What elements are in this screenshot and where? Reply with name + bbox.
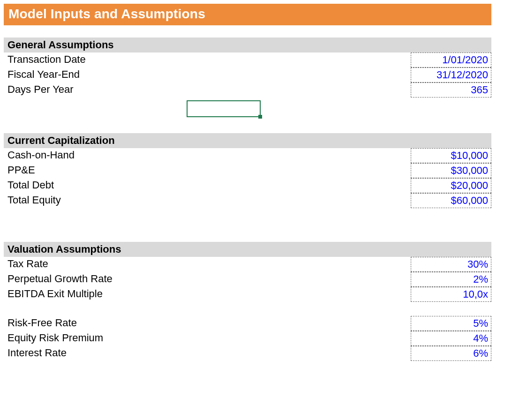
section-header-general: General Assumptions (4, 38, 491, 52)
label-growth: Perpetual Growth Rate (4, 272, 411, 287)
row-tax: Tax Rate 30% (4, 257, 491, 272)
page-title: Model Inputs and Assumptions (4, 4, 491, 25)
row-ppe: PP&E $30,000 (4, 163, 491, 178)
section-header-valuation: Valuation Assumptions (4, 242, 491, 257)
cell-debt[interactable]: $20,000 (411, 178, 491, 193)
section-header-capitalization: Current Capitalization (4, 133, 491, 148)
label-debt: Total Debt (4, 178, 411, 193)
label-erp: Equity Risk Premium (4, 331, 411, 346)
cell-transaction-date[interactable]: 1/01/2020 (411, 52, 491, 68)
label-transaction-date: Transaction Date (4, 52, 411, 68)
label-rfr: Risk-Free Rate (4, 316, 411, 331)
cell-ir[interactable]: 6% (411, 346, 491, 361)
row-transaction-date: Transaction Date 1/01/2020 (4, 52, 491, 68)
label-equity: Total Equity (4, 193, 411, 208)
spreadsheet-area: Model Inputs and Assumptions General Ass… (4, 4, 491, 361)
label-days-per-year: Days Per Year (4, 82, 411, 98)
cell-cash[interactable]: $10,000 (411, 148, 491, 163)
row-rfr: Risk-Free Rate 5% (4, 316, 491, 331)
cell-days-per-year[interactable]: 365 (411, 82, 491, 98)
label-ppe: PP&E (4, 163, 411, 178)
cell-growth[interactable]: 2% (411, 272, 491, 287)
fill-handle[interactable] (258, 115, 262, 119)
section-general: Transaction Date 1/01/2020 Fiscal Year-E… (4, 52, 491, 98)
row-growth: Perpetual Growth Rate 2% (4, 272, 491, 287)
active-cell-selection[interactable] (187, 100, 261, 117)
active-cell-row (4, 98, 491, 119)
row-erp: Equity Risk Premium 4% (4, 331, 491, 346)
label-fiscal-year-end: Fiscal Year-End (4, 68, 411, 82)
row-debt: Total Debt $20,000 (4, 178, 491, 193)
section-valuation: Tax Rate 30% Perpetual Growth Rate 2% EB… (4, 257, 491, 302)
row-cash: Cash-on-Hand $10,000 (4, 148, 491, 163)
section-capitalization: Cash-on-Hand $10,000 PP&E $30,000 Total … (4, 148, 491, 208)
section-valuation-2: Risk-Free Rate 5% Equity Risk Premium 4%… (4, 316, 491, 361)
cell-tax[interactable]: 30% (411, 257, 491, 272)
label-tax: Tax Rate (4, 257, 411, 272)
cell-ppe[interactable]: $30,000 (411, 163, 491, 178)
row-fiscal-year-end: Fiscal Year-End 31/12/2020 (4, 68, 491, 82)
label-exit: EBITDA Exit Multiple (4, 287, 411, 302)
cell-equity[interactable]: $60,000 (411, 193, 491, 208)
cell-exit[interactable]: 10,0x (411, 287, 491, 302)
row-equity: Total Equity $60,000 (4, 193, 491, 208)
row-ir: Interest Rate 6% (4, 346, 491, 361)
cell-fiscal-year-end[interactable]: 31/12/2020 (411, 68, 491, 82)
cell-rfr[interactable]: 5% (411, 316, 491, 331)
row-days-per-year: Days Per Year 365 (4, 82, 491, 98)
label-cash: Cash-on-Hand (4, 148, 411, 163)
row-exit: EBITDA Exit Multiple 10,0x (4, 287, 491, 302)
cell-erp[interactable]: 4% (411, 331, 491, 346)
label-ir: Interest Rate (4, 346, 411, 361)
